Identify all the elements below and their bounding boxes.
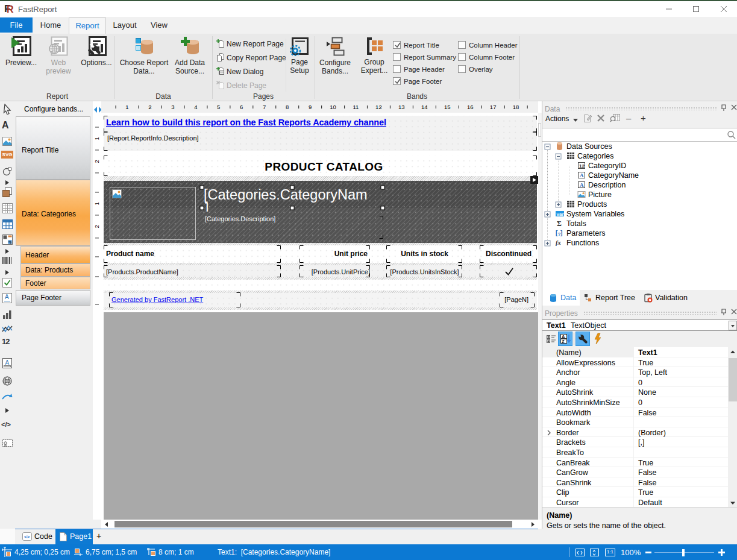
svg-text:A: A — [5, 359, 10, 366]
svg-text:fx: fx — [556, 239, 561, 246]
svg-text:1: 1 — [125, 104, 128, 110]
svg-text:8: 8 — [286, 104, 289, 110]
svg-text:Parameters: Parameters — [566, 229, 606, 238]
svg-text:15: 15 — [444, 104, 451, 110]
svg-text:11: 11 — [353, 104, 359, 110]
svg-text:Categories: Categories — [577, 152, 613, 160]
svg-text:18: 18 — [513, 104, 519, 110]
svg-text:1: 1 — [93, 137, 100, 140]
svg-text:Products: Products — [577, 200, 607, 209]
svg-text:]: ] — [560, 230, 562, 236]
svg-text:6: 6 — [240, 104, 243, 110]
svg-text:A: A — [580, 182, 584, 188]
svg-text:4: 4 — [194, 104, 197, 110]
svg-text:16: 16 — [467, 104, 474, 110]
svg-text:?: ? — [558, 231, 561, 237]
svg-text:13: 13 — [398, 104, 405, 110]
svg-text:14: 14 — [421, 104, 428, 110]
svg-text:2: 2 — [93, 225, 100, 228]
svg-text:<>: <> — [24, 534, 30, 540]
svg-text:9: 9 — [309, 104, 312, 110]
svg-text:12: 12 — [579, 163, 585, 169]
svg-text:var: var — [557, 212, 564, 217]
svg-text:A: A — [5, 294, 9, 300]
svg-text:3: 3 — [171, 104, 174, 110]
svg-text:7: 7 — [263, 104, 266, 110]
svg-text:Σ: Σ — [557, 219, 562, 228]
svg-text:1: 1 — [93, 202, 100, 205]
svg-text:CategoryName: CategoryName — [588, 171, 639, 180]
svg-text:5: 5 — [217, 104, 220, 110]
svg-text:Z: Z — [562, 339, 565, 344]
svg-text:A: A — [580, 172, 584, 178]
svg-text:Data Sources: Data Sources — [566, 142, 612, 151]
svg-text:Functions: Functions — [566, 239, 599, 247]
svg-text:2: 2 — [93, 160, 100, 163]
svg-text:17: 17 — [490, 104, 497, 110]
svg-text:Picture: Picture — [588, 190, 612, 199]
svg-text:Totals: Totals — [566, 219, 586, 228]
svg-text:2: 2 — [148, 104, 151, 110]
svg-text:10: 10 — [330, 104, 336, 110]
svg-text:12: 12 — [375, 104, 382, 110]
svg-text:Description: Description — [588, 181, 626, 189]
svg-text:System Variables: System Variables — [566, 210, 624, 218]
svg-text:CategoryID: CategoryID — [588, 162, 626, 170]
